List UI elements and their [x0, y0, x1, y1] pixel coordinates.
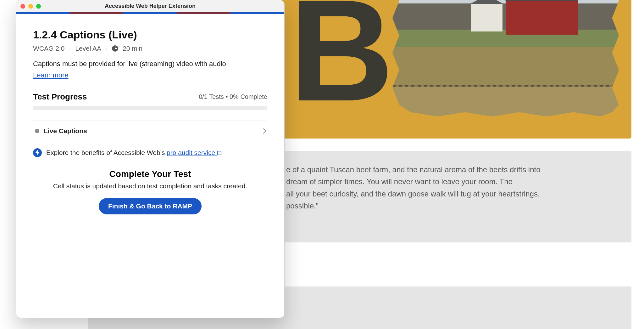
minimize-window-button[interactable] — [28, 4, 33, 9]
rule-time-estimate: 20 min — [123, 45, 142, 52]
photo-barn — [506, 0, 578, 35]
test-row-live-captions[interactable]: Live Captions — [33, 121, 267, 141]
hero-photo — [392, 0, 619, 116]
bolt-icon — [33, 148, 42, 157]
progress-bar — [33, 106, 267, 110]
complete-heading: Complete Your Test — [33, 169, 267, 179]
rule-description: Captions must be provided for live (stre… — [33, 60, 267, 68]
promo-text: Explore the benefits of Accessible Web's… — [46, 149, 221, 156]
promo-banner: Explore the benefits of Accessible Web's… — [33, 141, 267, 165]
external-link-icon — [217, 151, 221, 155]
window-titlebar[interactable]: Accessible Web Helper Extension — [16, 0, 284, 12]
brand-stripe — [16, 12, 284, 14]
chevron-right-icon — [261, 128, 266, 134]
extension-popup: Accessible Web Helper Extension 1.2.4 Ca… — [16, 0, 285, 318]
rule-wcag-version: WCAG 2.0 — [33, 45, 64, 52]
status-dot-icon — [35, 129, 39, 133]
learn-more-link[interactable]: Learn more — [33, 71, 69, 79]
popup-content: 1.2.4 Captions (Live) WCAG 2.0 · Level A… — [16, 14, 284, 214]
window-title: Accessible Web Helper Extension — [105, 3, 196, 9]
progress-header: Test Progress 0/1 Tests • 0% Complete — [33, 92, 267, 102]
close-window-button[interactable] — [20, 4, 25, 9]
clock-icon — [112, 45, 118, 52]
rule-meta: WCAG 2.0 · Level AA · 20 min — [33, 45, 267, 52]
rule-level: Level AA — [75, 45, 101, 52]
rule-title: 1.2.4 Captions (Live) — [33, 29, 267, 41]
bolt-svg — [35, 150, 40, 156]
photo-railroad — [392, 85, 619, 87]
zoom-window-button[interactable] — [36, 4, 41, 9]
photo-field — [392, 85, 619, 116]
meta-separator: · — [106, 45, 108, 52]
hero-letter: B — [289, 0, 391, 123]
promo-prefix: Explore the benefits of Accessible Web's — [46, 149, 167, 156]
page-body-text: e of a quaint Tuscan beet farm, and the … — [286, 164, 613, 212]
meta-separator: · — [69, 45, 71, 52]
photo-farmhouse — [471, 3, 502, 31]
promo-link[interactable]: pro audit service — [167, 149, 221, 156]
complete-subtext: Cell status is updated based on test com… — [33, 182, 267, 190]
progress-section-title: Test Progress — [33, 92, 87, 102]
traffic-lights — [20, 4, 41, 9]
photo-dry-grass — [392, 47, 619, 85]
finish-button[interactable]: Finish & Go Back to RAMP — [99, 198, 202, 214]
test-name: Live Captions — [44, 127, 87, 135]
progress-status-text: 0/1 Tests • 0% Complete — [199, 93, 267, 100]
